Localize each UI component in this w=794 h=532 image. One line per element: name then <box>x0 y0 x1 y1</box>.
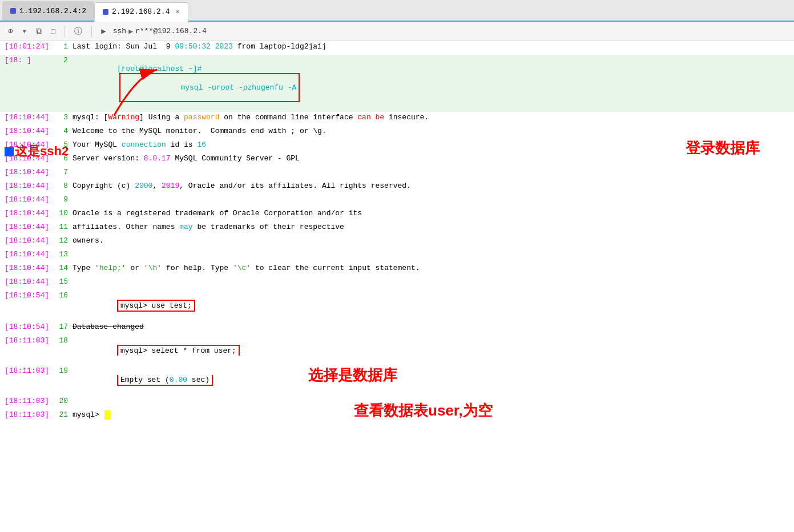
line-content: Copyright (c) 2000, 2019, Oracle and/or … <box>72 180 794 191</box>
line-content <box>72 281 794 284</box>
timestamp: [18:11:03] <box>0 396 54 406</box>
arrow1: ▶ <box>128 27 133 36</box>
line-content: mysql> select * from user; <box>72 335 794 365</box>
line-num: 9 <box>54 195 72 204</box>
line-row: [18:10:44] 9 <box>0 194 794 208</box>
timestamp: [18:10:44] <box>0 208 54 219</box>
line-content: affiliates. Other names may be trademark… <box>72 221 794 232</box>
timestamp: [18:10:44] <box>0 194 54 205</box>
line-num: 6 <box>54 154 72 163</box>
timestamp: [18:11:03] <box>0 409 54 420</box>
line-num: 16 <box>54 291 72 300</box>
line-num: 15 <box>54 277 72 286</box>
timestamp: [18:10:44] <box>0 180 54 191</box>
tab1-dot <box>10 8 16 14</box>
tab1-label: 1.192.168.2.4:2 <box>19 7 86 15</box>
line-row: [18:11:03] 20 <box>0 396 794 409</box>
restore-icon[interactable]: ⧉ <box>34 26 44 37</box>
line-content <box>72 401 794 403</box>
line-content: Oracle is a registered trademark of Orac… <box>72 208 794 219</box>
login-cmd-box: mysql -uroot -pzhugenfu -A <box>119 73 300 102</box>
timestamp: [18:10:44] <box>0 126 54 136</box>
line-num: 11 <box>54 223 72 231</box>
line-content: Empty set (0.00 sec) <box>72 365 794 396</box>
line-row: [18:10:44] 7 <box>0 167 794 180</box>
line-num: 20 <box>54 397 72 405</box>
terminal-content: [18:01:24] 1 Last login: Sun Jul 9 09:50… <box>0 41 794 531</box>
toolbar: ⊕ ▾ ⧉ ❐ ⓘ ▶ ssh ▶ r***@192.168.2.4 <box>0 22 794 41</box>
timestamp: [18:10:44] <box>0 249 54 260</box>
line-row: [18:10:44] 13 <box>0 249 794 263</box>
line-num: 19 <box>54 366 72 375</box>
toolbar-path: ssh ▶ r***@192.168.2.4 <box>113 27 207 36</box>
timestamp: [18:10:54] <box>0 321 54 332</box>
line-row-login: [18: ] 2 [root@localhost ~]# mysql -uroo… <box>0 55 794 112</box>
line-content: owners. <box>72 235 794 246</box>
line-row: [18:01:24] 1 Last login: Sun Jul 9 09:50… <box>0 41 794 55</box>
line-content: Welcome to the MySQL monitor. Commands e… <box>72 126 794 136</box>
line-num: 8 <box>54 182 72 190</box>
line-row: [18:10:44] 6 Server version: 8.0.17 MySQ… <box>0 153 794 167</box>
line-content <box>72 172 794 174</box>
timestamp: [18:10:44] <box>0 139 54 150</box>
line-num: 21 <box>54 410 72 419</box>
tab2-dot <box>103 9 108 15</box>
line-num: 14 <box>54 264 72 272</box>
new-tab-icon[interactable]: ⊕ <box>6 25 15 37</box>
line-row: [18:10:44] 12 owners. <box>0 235 794 249</box>
line-num: 5 <box>54 140 72 149</box>
line-row: [18:10:44] 3 mysql: [Warning] Using a pa… <box>0 112 794 126</box>
timestamp: [18:10:44] <box>0 235 54 246</box>
line-content: [root@localhost ~]# mysql -uroot -pzhuge… <box>72 55 794 112</box>
timestamp: [18:10:44] <box>0 263 54 273</box>
dropdown-icon[interactable]: ▾ <box>19 25 29 37</box>
tab-bar: 1.192.168.2.4:2 2.192.168.2.4 ✕ <box>0 0 794 22</box>
line-row: [18:10:44] 10 Oracle is a registered tra… <box>0 208 794 221</box>
line-content <box>72 254 794 256</box>
timestamp: [18:10:44] <box>0 276 54 287</box>
play-icon[interactable]: ▶ <box>99 25 108 37</box>
tab-2[interactable]: 2.192.168.2.4 ✕ <box>94 2 188 22</box>
line-row: [18:10:44] 4 Welcome to the MySQL monito… <box>0 126 794 139</box>
select-box-bottom: Empty set (0.00 sec) <box>117 375 213 386</box>
line-content: Database changed <box>72 321 794 332</box>
tab-1[interactable]: 1.192.168.2.4:2 <box>2 1 94 21</box>
line-num: 2 <box>54 56 72 65</box>
line-content: mysql> <box>72 409 794 421</box>
line-content: Last login: Sun Jul 9 09:50:32 2023 from… <box>72 41 794 52</box>
app-container: 1.192.168.2.4:2 2.192.168.2.4 ✕ ⊕ ▾ ⧉ ❐ … <box>0 0 794 531</box>
ssh-label: ssh <box>113 27 126 35</box>
line-content: Type 'help;' or '\h' for help. Type '\c'… <box>72 263 794 273</box>
line-row-emptyset: [18:11:03] 19 Empty set (0.00 sec) <box>0 365 794 396</box>
line-row: [18:10:54] 17 Database changed <box>0 321 794 335</box>
timestamp: [18:11:03] <box>0 335 54 346</box>
line-row: [18:10:44] 5 Your MySQL connection id is… <box>0 139 794 153</box>
line-num: 4 <box>54 127 72 135</box>
line-row: [18:10:44] 15 <box>0 276 794 290</box>
info-icon[interactable]: ⓘ <box>72 25 84 38</box>
timestamp: [18:10:54] <box>0 290 54 301</box>
line-row-prompt: [18:11:03] 21 mysql> <box>0 409 794 423</box>
line-num: 13 <box>54 250 72 259</box>
line-row: [18:10:44] 11 affiliates. Other names ma… <box>0 221 794 235</box>
tab2-close-icon[interactable]: ✕ <box>175 7 179 16</box>
line-content: mysql: [Warning] Using a password on the… <box>72 112 794 123</box>
line-row: [18:10:44] 14 Type 'help;' or '\h' for h… <box>0 263 794 276</box>
cursor <box>104 410 110 420</box>
line-num: 17 <box>54 323 72 331</box>
toolbar-divider <box>65 26 65 37</box>
clone-icon[interactable]: ❐ <box>49 25 58 37</box>
tab2-label: 2.192.168.2.4 <box>112 7 170 16</box>
timestamp: [18:10:44] <box>0 153 54 164</box>
line-content <box>72 199 794 201</box>
toolbar-divider-2 <box>91 26 92 37</box>
line-num: 18 <box>54 336 72 345</box>
timestamp: [18:10:44] <box>0 112 54 123</box>
line-num: 10 <box>54 209 72 217</box>
timestamp: [18:01:24] <box>0 41 54 52</box>
terminal-wrapper: 这是ssh2 登录数据库 选择是数据库 查看数据表user,为空 [18:01:… <box>0 41 794 531</box>
user-host: r***@192.168.2.4 <box>135 27 207 35</box>
line-row-usetest: [18:10:54] 16 mysql> use test; <box>0 290 794 321</box>
timestamp: [18: ] <box>0 55 54 66</box>
line-content: mysql> use test; <box>72 290 794 321</box>
